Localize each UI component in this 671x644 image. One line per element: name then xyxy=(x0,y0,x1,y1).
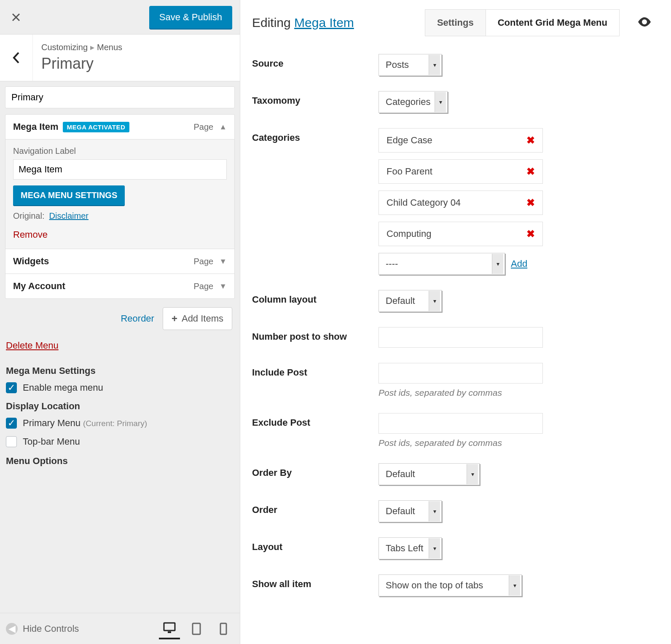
layout-select[interactable]: Tabs Left xyxy=(378,537,442,559)
chevron-left-icon: ◀ xyxy=(6,623,18,635)
close-button[interactable] xyxy=(8,9,24,26)
num-posts-input[interactable] xyxy=(378,327,543,348)
menu-item-mega[interactable]: Mega Item MEGA ACTIVATED Page ▲ xyxy=(5,115,234,140)
menu-item-type: Page xyxy=(193,257,213,266)
svg-rect-3 xyxy=(220,623,226,634)
taxonomy-select[interactable]: Categories xyxy=(378,91,448,113)
add-category-link[interactable]: Add xyxy=(511,258,527,269)
topbar-menu-label: Top-bar Menu xyxy=(23,436,80,447)
preview-icon[interactable] xyxy=(630,16,659,30)
remove-category-icon[interactable]: ✖ xyxy=(526,134,535,146)
plus-icon: + xyxy=(172,313,177,325)
hide-controls-button[interactable]: ◀ Hide Controls xyxy=(6,623,79,635)
primary-menu-label: Primary Menu (Current: Primary) xyxy=(23,418,147,429)
delete-menu-link[interactable]: Delete Menu xyxy=(5,336,59,361)
expand-icon[interactable]: ▼ xyxy=(219,257,227,266)
topbar-menu-checkbox[interactable] xyxy=(6,436,17,447)
editing-heading: Editing Mega Item xyxy=(252,16,354,30)
svg-rect-2 xyxy=(193,623,200,634)
menu-item-my-account[interactable]: My Account Page ▼ xyxy=(5,274,234,298)
exclude-post-hint: Post ids, separated by commas xyxy=(378,438,659,448)
tab-content-grid[interactable]: Content Grid Mega Menu xyxy=(486,10,619,36)
include-post-input[interactable] xyxy=(378,363,543,384)
column-layout-label: Column layout xyxy=(252,290,378,312)
menu-item-widgets[interactable]: Widgets Page ▼ xyxy=(5,249,234,274)
display-location-heading: Display Location xyxy=(6,401,235,412)
category-tag: Edge Case✖ xyxy=(378,128,543,153)
taxonomy-label: Taxomomy xyxy=(252,91,378,113)
svg-rect-1 xyxy=(168,631,171,633)
original-row: Original: Disclaimer xyxy=(13,211,227,221)
breadcrumb: Customizing▸Menus xyxy=(41,42,231,52)
category-tag: Foo Parent✖ xyxy=(378,159,543,184)
menu-item-title: My Account xyxy=(13,281,65,292)
column-layout-select[interactable]: Default xyxy=(378,290,442,312)
category-add-select[interactable]: ---- xyxy=(378,253,505,275)
original-link[interactable]: Disclaimer xyxy=(49,211,89,220)
include-post-hint: Post ids, separated by commas xyxy=(378,388,659,398)
order-select[interactable]: Default xyxy=(378,500,442,522)
remove-category-icon[interactable]: ✖ xyxy=(526,197,535,209)
svg-rect-0 xyxy=(164,623,175,631)
menu-item-title: Widgets xyxy=(13,256,49,267)
reorder-link[interactable]: Reorder xyxy=(121,313,154,324)
category-tag: Computing✖ xyxy=(378,222,543,246)
menu-item-type: Page xyxy=(193,282,213,291)
exclude-post-label: Exclude Post xyxy=(252,413,378,448)
primary-menu-checkbox[interactable]: ✓ xyxy=(6,418,17,429)
remove-menu-item[interactable]: Remove xyxy=(13,229,48,240)
include-post-label: Include Post xyxy=(252,363,378,398)
mega-activated-badge: MEGA ACTIVATED xyxy=(63,122,130,132)
layout-label: Layout xyxy=(252,537,378,559)
menu-name-input[interactable] xyxy=(5,86,235,108)
show-all-label: Show all item xyxy=(252,574,378,596)
editing-item-link[interactable]: Mega Item xyxy=(294,16,354,30)
categories-label: Categories xyxy=(252,128,378,275)
remove-category-icon[interactable]: ✖ xyxy=(526,166,535,177)
add-items-button[interactable]: +Add Items xyxy=(163,307,232,330)
source-select[interactable]: Posts xyxy=(378,54,442,76)
device-mobile-button[interactable] xyxy=(213,618,234,639)
order-label: Order xyxy=(252,500,378,522)
collapse-icon[interactable]: ▲ xyxy=(219,123,227,131)
mega-menu-settings-heading: Mega Menu Settings xyxy=(6,365,235,376)
show-all-select[interactable]: Show on the top of tabs xyxy=(378,574,522,596)
menu-options-heading: Menu Options xyxy=(6,456,235,467)
tab-settings[interactable]: Settings xyxy=(425,10,486,36)
back-button[interactable] xyxy=(0,35,33,81)
device-tablet-button[interactable] xyxy=(186,618,207,639)
panel-title: Primary xyxy=(41,55,231,72)
device-desktop-button[interactable] xyxy=(159,618,180,639)
order-by-label: Order By xyxy=(252,463,378,485)
menu-item-title: Mega Item xyxy=(13,121,59,132)
category-tag: Child Category 04✖ xyxy=(378,191,543,215)
nav-label-label: Navigation Label xyxy=(13,146,227,156)
mega-menu-settings-button[interactable]: MEGA MENU SETTINGS xyxy=(13,185,125,205)
exclude-post-input[interactable] xyxy=(378,413,543,434)
save-publish-button[interactable]: Save & Publish xyxy=(149,6,232,29)
menu-item-type: Page xyxy=(193,122,213,132)
expand-icon[interactable]: ▼ xyxy=(219,282,227,291)
num-posts-label: Number post to show xyxy=(252,327,378,348)
enable-mega-label: Enable mega menu xyxy=(23,382,103,393)
nav-label-input[interactable] xyxy=(13,159,227,180)
order-by-select[interactable]: Default xyxy=(378,463,480,485)
remove-category-icon[interactable]: ✖ xyxy=(526,228,535,240)
source-label: Source xyxy=(252,54,378,76)
enable-mega-checkbox[interactable]: ✓ xyxy=(6,382,17,393)
